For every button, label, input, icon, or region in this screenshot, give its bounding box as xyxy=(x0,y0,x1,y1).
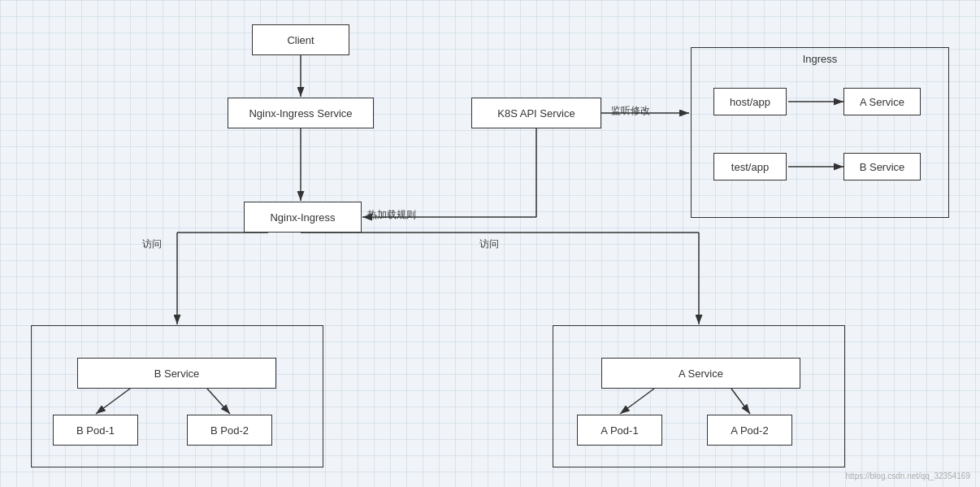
host-app-label: host/app xyxy=(730,96,770,108)
b-pod1-box: B Pod-1 xyxy=(53,415,138,446)
test-app-label: test/app xyxy=(731,161,769,173)
a-pod2-label: A Pod-2 xyxy=(731,424,768,437)
b-pod2-label: B Pod-2 xyxy=(210,424,249,437)
b-container xyxy=(31,325,323,467)
nginx-ingress-service-box: Nginx-Ingress Service xyxy=(228,98,374,128)
a-container xyxy=(553,325,845,467)
host-app-box: host/app xyxy=(713,88,787,115)
b-pod1-label: B Pod-1 xyxy=(76,424,115,437)
a-service-ingress-label: A Service xyxy=(860,96,904,108)
a-service-box: A Service xyxy=(601,358,800,389)
b-service-label: B Service xyxy=(154,367,200,380)
k8s-api-service-label: K8S API Service xyxy=(497,107,575,120)
visit-right-label: 访问 xyxy=(479,237,499,251)
b-pod2-box: B Pod-2 xyxy=(187,415,272,446)
diagram-container: Client Nginx-Ingress Service K8S API Ser… xyxy=(0,0,980,487)
nginx-ingress-label: Nginx-Ingress xyxy=(270,211,335,224)
a-pod1-box: A Pod-1 xyxy=(577,415,662,446)
listen-label: 监听修改 xyxy=(611,104,650,118)
b-service-box: B Service xyxy=(77,358,276,389)
ingress-title: Ingress xyxy=(803,53,838,65)
a-pod2-box: A Pod-2 xyxy=(707,415,792,446)
client-box: Client xyxy=(252,24,349,55)
a-service-label: A Service xyxy=(679,367,723,380)
nginx-ingress-service-label: Nginx-Ingress Service xyxy=(249,107,352,120)
visit-left-label: 访问 xyxy=(142,237,162,251)
nginx-ingress-box: Nginx-Ingress xyxy=(244,202,362,233)
b-service-ingress-label: B Service xyxy=(860,161,905,173)
a-pod1-label: A Pod-1 xyxy=(601,424,638,437)
ingress-container: Ingress xyxy=(691,47,949,218)
k8s-api-service-box: K8S API Service xyxy=(471,98,601,128)
test-app-box: test/app xyxy=(713,153,787,180)
a-service-ingress-box: A Service xyxy=(843,88,921,115)
b-service-ingress-box: B Service xyxy=(843,153,921,180)
hotload-label: 热加载规则 xyxy=(367,208,416,222)
client-label: Client xyxy=(287,34,314,46)
watermark: https://blog.csdn.net/qq_32354169 xyxy=(846,472,970,480)
